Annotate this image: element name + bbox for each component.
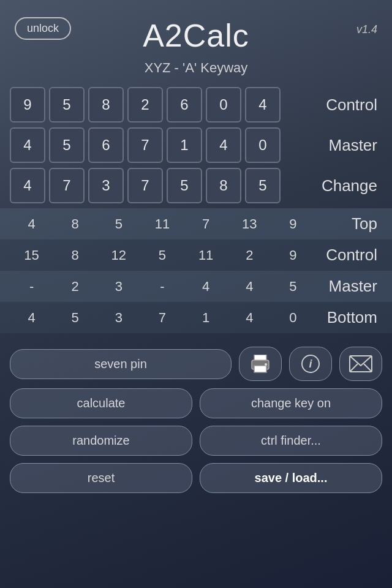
change-cell-0[interactable] bbox=[10, 168, 45, 203]
svg-point-3 bbox=[265, 363, 267, 366]
master-cell-2[interactable] bbox=[88, 127, 124, 163]
btm-cell-5: 4 bbox=[233, 310, 265, 326]
ctrl-cell-1: 8 bbox=[59, 247, 91, 263]
control-cell-3[interactable] bbox=[127, 87, 163, 123]
top-result-cells: 4 8 5 11 7 13 9 bbox=[10, 216, 315, 232]
top-cell-4: 7 bbox=[190, 216, 222, 232]
change-cell-4[interactable] bbox=[167, 168, 202, 203]
control-cell-1[interactable] bbox=[49, 87, 85, 123]
btm-cell-0: 4 bbox=[16, 310, 48, 326]
change-input-label: Change bbox=[321, 176, 382, 195]
btm-cell-2: 3 bbox=[103, 310, 135, 326]
control-cell-6[interactable] bbox=[245, 87, 281, 123]
top-cell-5: 13 bbox=[233, 216, 265, 232]
randomize-button[interactable]: randomize bbox=[10, 426, 192, 456]
master-cell-5[interactable] bbox=[206, 127, 241, 163]
input-row-change: Change bbox=[10, 168, 382, 203]
master-input-label: Master bbox=[321, 136, 382, 155]
reset-button[interactable]: reset bbox=[10, 463, 192, 493]
input-row-master: Master bbox=[10, 127, 382, 163]
subtitle: XYZ - 'A' Keyway bbox=[0, 60, 392, 76]
change-cells bbox=[10, 168, 321, 203]
master-result-cells: - 2 3 - 4 4 5 bbox=[10, 279, 315, 295]
top-cell-0: 4 bbox=[16, 216, 48, 232]
change-cell-5[interactable] bbox=[206, 168, 241, 203]
control-cell-2[interactable] bbox=[88, 87, 124, 123]
mstr-cell-0: - bbox=[16, 279, 48, 295]
mstr-cell-1: 2 bbox=[59, 279, 91, 295]
mstr-cell-5: 4 bbox=[233, 279, 265, 295]
btn-row-2: calculate change key on bbox=[10, 388, 382, 418]
mail-button[interactable] bbox=[339, 347, 382, 381]
header: unlock A2Calc v1.4 bbox=[0, 0, 392, 60]
unlock-button[interactable]: unlock bbox=[15, 17, 71, 40]
master-cell-0[interactable] bbox=[10, 127, 45, 163]
version-label: v1.4 bbox=[356, 23, 377, 36]
master-cell-3[interactable] bbox=[127, 127, 163, 163]
change-cell-2[interactable] bbox=[88, 168, 124, 203]
seven-pin-button[interactable]: seven pin bbox=[10, 349, 232, 379]
svg-line-5 bbox=[350, 364, 358, 372]
mstr-cell-2: 3 bbox=[103, 279, 135, 295]
master-cell-6[interactable] bbox=[245, 127, 281, 163]
control-result-cells: 15 8 12 5 11 2 9 bbox=[10, 247, 315, 263]
btn-row-3: randomize ctrl finder... bbox=[10, 426, 382, 456]
info-icon: i bbox=[301, 355, 320, 373]
btm-cell-6: 0 bbox=[277, 310, 309, 326]
mail-icon bbox=[349, 355, 372, 372]
buttons-area: seven pin i calculate change key on bbox=[0, 341, 392, 493]
ctrl-cell-6: 9 bbox=[277, 247, 309, 263]
change-cell-6[interactable] bbox=[245, 168, 281, 203]
control-cell-4[interactable] bbox=[167, 87, 202, 123]
btn-row-4: reset save / load... bbox=[10, 463, 382, 493]
top-cell-1: 8 bbox=[59, 216, 91, 232]
calculate-button[interactable]: calculate bbox=[10, 388, 192, 418]
master-result-label: Master bbox=[315, 277, 382, 296]
results-grid: 4 8 5 11 7 13 9 Top 15 8 12 5 11 2 9 Con… bbox=[0, 208, 392, 333]
ctrl-cell-0: 15 bbox=[16, 247, 48, 263]
top-cell-6: 9 bbox=[277, 216, 309, 232]
master-cell-4[interactable] bbox=[167, 127, 202, 163]
ctrl-cell-2: 12 bbox=[103, 247, 135, 263]
ctrl-finder-button[interactable]: ctrl finder... bbox=[200, 426, 382, 456]
btn-row-1: seven pin i bbox=[10, 347, 382, 381]
mstr-cell-6: 5 bbox=[277, 279, 309, 295]
result-row-master: - 2 3 - 4 4 5 Master bbox=[0, 271, 392, 302]
info-button[interactable]: i bbox=[289, 347, 332, 381]
master-cells bbox=[10, 127, 321, 163]
top-cell-2: 5 bbox=[103, 216, 135, 232]
ctrl-cell-3: 5 bbox=[146, 247, 178, 263]
ctrl-cell-4: 11 bbox=[190, 247, 222, 263]
bottom-result-label: Bottom bbox=[315, 308, 382, 327]
top-cell-3: 11 bbox=[146, 216, 178, 232]
result-row-bottom: 4 5 3 7 1 4 0 Bottom bbox=[0, 302, 392, 333]
bottom-result-cells: 4 5 3 7 1 4 0 bbox=[10, 310, 315, 326]
result-row-top: 4 8 5 11 7 13 9 Top bbox=[0, 208, 392, 239]
mstr-cell-4: 4 bbox=[190, 279, 222, 295]
svg-line-6 bbox=[364, 364, 372, 372]
change-cell-1[interactable] bbox=[49, 168, 85, 203]
result-row-control: 15 8 12 5 11 2 9 Control bbox=[0, 239, 392, 271]
control-cell-5[interactable] bbox=[206, 87, 241, 123]
control-cell-0[interactable] bbox=[10, 87, 45, 123]
input-grid: Control Master Change bbox=[0, 87, 392, 203]
change-cell-3[interactable] bbox=[127, 168, 163, 203]
change-key-on-button[interactable]: change key on bbox=[200, 388, 382, 418]
input-row-control: Control bbox=[10, 87, 382, 123]
save-load-button[interactable]: save / load... bbox=[200, 463, 382, 493]
btm-cell-1: 5 bbox=[59, 310, 91, 326]
control-input-label: Control bbox=[321, 96, 382, 115]
btm-cell-4: 1 bbox=[190, 310, 222, 326]
master-cell-1[interactable] bbox=[49, 127, 85, 163]
control-result-label: Control bbox=[315, 246, 382, 265]
mstr-cell-3: - bbox=[146, 279, 178, 295]
print-icon bbox=[250, 355, 271, 373]
ctrl-cell-5: 2 bbox=[233, 247, 265, 263]
control-cells bbox=[10, 87, 321, 123]
print-button[interactable] bbox=[239, 347, 282, 381]
btm-cell-3: 7 bbox=[146, 310, 178, 326]
app-title: A2Calc bbox=[143, 17, 249, 54]
svg-rect-2 bbox=[254, 366, 266, 372]
top-result-label: Top bbox=[315, 214, 382, 233]
